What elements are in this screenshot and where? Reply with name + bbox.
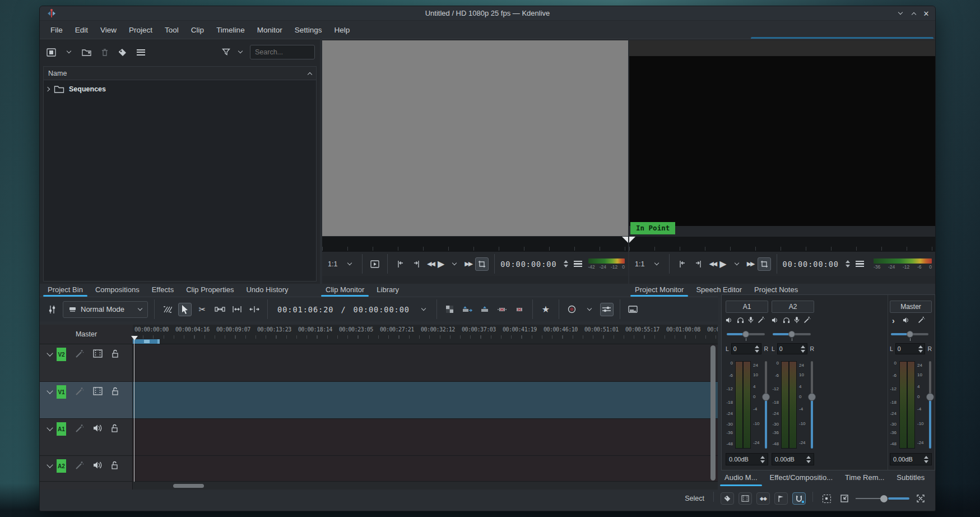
play-button[interactable]: ▶ [719, 260, 726, 269]
track-effects-icon[interactable] [75, 349, 84, 361]
menu-file[interactable]: File [44, 24, 69, 36]
zone-mode-button[interactable] [475, 257, 489, 271]
slip-tool-button[interactable] [248, 303, 261, 316]
monitor-zoom-level[interactable]: 1:1 [326, 260, 340, 268]
video-track-icon[interactable] [93, 349, 103, 360]
record-button[interactable] [565, 303, 579, 316]
volume-slider[interactable] [808, 361, 816, 449]
tab-subtitles[interactable]: Subtitles [891, 472, 930, 486]
timeline-zoom-slider[interactable] [856, 495, 909, 502]
titlebar[interactable]: Untitled / HD 1080p 25 fps — Kdenlive ✕ [40, 6, 935, 21]
balance-spinbox[interactable]: 0 [895, 343, 926, 354]
zoom-dropdown[interactable] [650, 257, 663, 271]
rewind-button[interactable]: ◀◀ [427, 261, 434, 267]
snap-magnet-button[interactable] [792, 492, 806, 505]
balance-slider[interactable] [773, 331, 811, 338]
menu-view[interactable]: View [94, 24, 123, 36]
track-effects-icon[interactable] [75, 424, 84, 435]
transition-checker-icon[interactable] [443, 303, 457, 316]
tab-undo-history[interactable]: Undo History [240, 284, 294, 297]
master-track-button[interactable]: Master [40, 325, 133, 344]
tab-library[interactable]: Library [371, 284, 405, 297]
collapse-track-icon[interactable] [47, 461, 53, 468]
playhead-line[interactable] [134, 340, 134, 482]
timeline-horizontal-scrollbar[interactable] [133, 482, 718, 490]
track-header-v2[interactable]: V2 [40, 344, 133, 382]
create-folder-button[interactable] [80, 45, 94, 59]
add-clip-dropdown[interactable] [62, 45, 76, 59]
close-button[interactable]: ✕ [921, 8, 932, 19]
channel-header[interactable]: Master [890, 301, 932, 313]
show-tags-button[interactable] [721, 492, 734, 505]
fit-zone-flag-button[interactable] [774, 492, 788, 505]
track-header-v1[interactable]: V1 [40, 382, 133, 419]
mute-icon[interactable] [726, 316, 733, 326]
set-out-point-icon[interactable] [410, 257, 424, 271]
channel-header[interactable]: A1 [726, 301, 768, 313]
zone-handle[interactable] [144, 340, 150, 343]
track-badge[interactable]: A2 [57, 459, 66, 473]
track-lane-a2[interactable] [133, 456, 718, 482]
effects-wand-icon[interactable] [803, 316, 811, 326]
track-badge[interactable]: A1 [57, 422, 66, 436]
monitor-menu-button[interactable] [572, 257, 585, 271]
channel-header[interactable]: A2 [772, 301, 814, 313]
gain-spinbox[interactable]: 0.00dB [890, 453, 932, 465]
track-effects-icon[interactable] [75, 461, 84, 472]
volume-slider[interactable] [762, 361, 770, 449]
set-out-point-icon[interactable] [692, 257, 705, 271]
scrollbar-thumb[interactable] [173, 484, 204, 488]
zone-start-marker[interactable] [629, 237, 635, 243]
tab-clip-properties[interactable]: Clip Properties [180, 284, 239, 297]
gain-spinbox[interactable]: 0.00dB [726, 453, 768, 465]
play-dropdown[interactable] [448, 257, 461, 271]
menu-edit[interactable]: Edit [69, 24, 94, 36]
menu-settings[interactable]: Settings [289, 24, 328, 36]
zone-end-marker[interactable] [622, 237, 628, 243]
audio-track-icon[interactable] [93, 424, 102, 435]
forward-button[interactable]: ▶▶ [465, 261, 472, 267]
slider-handle[interactable] [880, 495, 888, 502]
gain-spinbox[interactable]: 0.00dB [772, 453, 814, 465]
tab-effects[interactable]: Effects [146, 284, 180, 297]
zoom-to-zone-button[interactable] [838, 492, 851, 505]
zoom-dropdown[interactable] [343, 257, 356, 271]
timeline-vertical-scrollbar[interactable] [710, 345, 716, 481]
collapse-track-icon[interactable] [47, 387, 53, 394]
tab-project-monitor[interactable]: Project Monitor [629, 284, 689, 297]
scrollbar-thumb[interactable] [710, 345, 716, 481]
tab-effect-composition-stack[interactable]: Effect/Compositio... [764, 472, 838, 486]
monitor-zoom-level[interactable]: 1:1 [633, 260, 647, 268]
bin-menu-button[interactable] [134, 45, 147, 59]
volume-slider[interactable] [926, 361, 934, 449]
menu-tool[interactable]: Tool [159, 24, 185, 36]
monitor-timecode[interactable]: 00:00:00:00 [500, 260, 556, 269]
video-track-icon[interactable] [93, 387, 103, 398]
balance-slider[interactable] [727, 331, 765, 338]
effects-wand-icon[interactable] [918, 316, 925, 326]
lift-zone-button[interactable] [513, 303, 526, 316]
timeline-ruler[interactable]: 00:00:00:00 00:00:04:16 00:00:09:07 00:0… [133, 325, 718, 344]
bin-item-sequences[interactable]: Sequences [44, 82, 316, 96]
show-video-thumbnails-button[interactable] [739, 492, 752, 505]
expand-mixer-icon[interactable]: › [892, 316, 895, 325]
playhead-marker[interactable] [131, 336, 138, 340]
razor-tool-button[interactable]: ✂ [196, 303, 209, 316]
search-input[interactable] [250, 45, 315, 59]
menu-help[interactable]: Help [328, 24, 356, 36]
zone-mode-button[interactable] [758, 257, 771, 271]
extract-zone-button[interactable] [495, 303, 509, 316]
solo-headphones-icon[interactable] [783, 316, 790, 326]
mute-icon[interactable] [903, 316, 910, 326]
balance-spinbox[interactable]: 0 [731, 343, 762, 354]
solo-headphones-icon[interactable] [737, 316, 744, 326]
track-header-a1[interactable]: A1 [40, 419, 133, 456]
timecode-spinner[interactable] [564, 260, 568, 267]
monitor-overlay-button[interactable] [368, 257, 382, 271]
record-mic-icon[interactable] [794, 316, 800, 326]
track-settings-icon[interactable] [45, 303, 59, 316]
expander-icon[interactable] [45, 87, 50, 91]
ripple-tool-button[interactable] [230, 303, 244, 316]
rewind-button[interactable]: ◀◀ [709, 261, 716, 267]
maximize-button[interactable] [908, 8, 919, 19]
